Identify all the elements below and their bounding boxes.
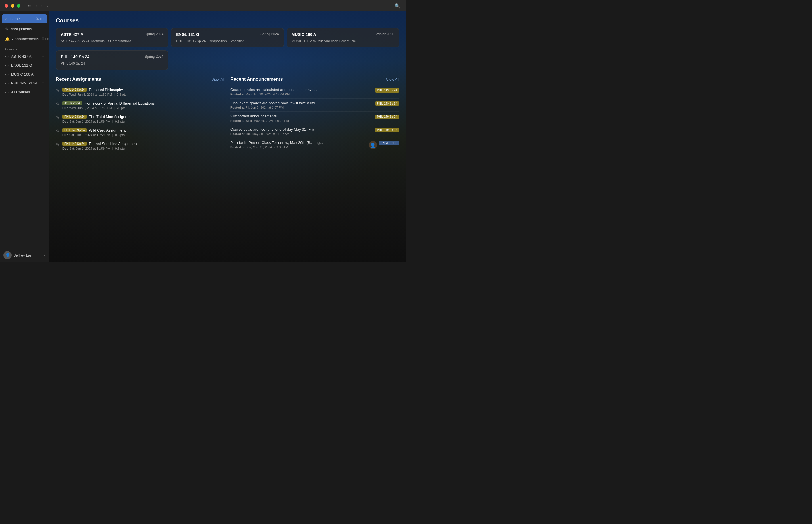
announcements-view-all[interactable]: View All	[386, 77, 399, 82]
sidebar-course-astr[interactable]: ▭ ASTR 427 A ▾	[2, 52, 47, 61]
due-label: Due	[62, 106, 68, 110]
course-term: Winter 2023	[376, 32, 394, 36]
assignment-name: The Third Man Assignment	[89, 115, 133, 119]
separator: |	[112, 120, 113, 123]
recent-announcements-header: Recent Announcements View All	[230, 77, 399, 82]
sidebar-item-label: Home	[10, 17, 20, 21]
assignment-item[interactable]: ✎ PHIL 149 Sp 24 Eternal Sunshine Assign…	[56, 139, 225, 152]
titlebar: ▪▪ ‹ › ⌂ 🔍	[0, 0, 406, 12]
course-card-music[interactable]: MUSIC 160 A Winter 2023 MUSIC 160 A Wi 2…	[287, 28, 399, 47]
announcement-item[interactable]: Course evals are live (until end of day …	[230, 125, 399, 138]
user-profile[interactable]: 👤 Jeffrey Lan ▴	[0, 248, 49, 262]
course-card-phil[interactable]: PHIL 149 Sp 24 Spring 2024 PHIL 149 Sp 2…	[56, 50, 168, 70]
assignment-icon: ✎	[56, 115, 60, 120]
sidebar-item-home[interactable]: ⌂ Home ⌘⇧H	[2, 14, 47, 23]
course-icon: ▭	[5, 54, 9, 59]
sidebar-announcements-shortcut: ⌘⇧N	[42, 37, 49, 41]
posted-label: Posted at	[230, 106, 245, 109]
course-card-engl[interactable]: ENGL 131 G Spring 2024 ENGL 131 G Sp 24:…	[171, 28, 284, 47]
announcement-badge: PHIL 149 Sp 24	[375, 115, 399, 119]
sidebar-toggle-button[interactable]: ▪▪	[28, 3, 31, 8]
minimize-button[interactable]	[11, 4, 14, 8]
chevron-down-icon: ▾	[42, 73, 44, 76]
sidebar-course-label: ENGL 131 G	[11, 63, 32, 67]
all-courses-icon: ▭	[5, 90, 9, 94]
course-badge: PHIL 149 Sp 24	[62, 115, 86, 119]
course-name: MUSIC 160 A	[291, 32, 316, 37]
assignment-icon: ✎	[56, 101, 60, 107]
sidebar-course-label: MUSIC 160 A	[11, 72, 34, 77]
posted-label: Posted at	[230, 145, 245, 149]
course-badge: PHIL 149 Sp 24	[62, 128, 86, 132]
recent-assignments-header: Recent Assignments View All	[56, 77, 225, 82]
maximize-button[interactable]	[17, 4, 20, 8]
course-icon: ▭	[5, 81, 9, 85]
assignment-item[interactable]: ✎ PHIL 149 Sp 24 Personal Philosophy Due…	[56, 85, 225, 99]
sidebar-home-shortcut: ⌘⇧H	[36, 17, 44, 21]
separator: |	[112, 133, 113, 137]
due-label: Due	[62, 120, 68, 123]
sidebar-all-courses[interactable]: ▭ All Courses	[2, 88, 47, 96]
search-icon[interactable]: 🔍	[395, 3, 400, 9]
sidebar-item-label: Assignments	[11, 27, 32, 31]
course-desc: ENGL 131 G Sp 24: Composition: Expositio…	[176, 39, 278, 43]
assignment-icon: ✎	[56, 88, 60, 93]
announcement-item[interactable]: 3 important announcements: Posted at Wed…	[230, 112, 399, 125]
course-name: ASTR 427 A	[61, 32, 83, 37]
back-button[interactable]: ‹	[35, 3, 37, 8]
assignment-name: Wild Card Assignment	[89, 128, 126, 132]
announcement-text: Final exam grades are posted now. It wil…	[230, 101, 372, 105]
announcement-text: Course grades are calculated and posted …	[230, 88, 372, 92]
recent-announcements-title: Recent Announcements	[230, 77, 283, 82]
traffic-lights	[5, 4, 20, 8]
recent-assignments-title: Recent Assignments	[56, 77, 101, 82]
home-button[interactable]: ⌂	[47, 3, 49, 8]
announcement-item[interactable]: Course grades are calculated and posted …	[230, 85, 399, 99]
assignment-item[interactable]: ✎ ASTR 427 A Homework 5: Partial Differe…	[56, 99, 225, 112]
user-name: Jeffrey Lan	[14, 253, 42, 257]
forward-button[interactable]: ›	[42, 3, 43, 8]
assignment-name: Eternal Sunshine Assignment	[89, 142, 138, 146]
due-label: Due	[62, 133, 68, 137]
course-badge: PHIL 149 Sp 24	[62, 142, 86, 146]
sidebar-course-engl[interactable]: ▭ ENGL 131 G ▾	[2, 61, 47, 69]
course-badge: PHIL 149 Sp 24	[62, 88, 86, 92]
course-name: ENGL 131 G	[176, 32, 199, 37]
sidebar-course-phil[interactable]: ▭ PHIL 149 Sp 24 ▾	[2, 79, 47, 87]
due-label: Due	[62, 147, 68, 150]
assignments-list: ✎ PHIL 149 Sp 24 Personal Philosophy Due…	[56, 85, 225, 152]
sidebar-item-announcements[interactable]: 🔔 Announcements ⌘⇧N	[2, 34, 47, 43]
announcement-badge: PHIL 149 Sp 24	[375, 101, 399, 106]
course-card-astr[interactable]: ASTR 427 A Spring 2024 ASTR 427 A Sp 24:…	[56, 28, 168, 47]
recent-assignments-section: Recent Assignments View All ✎ PHIL 149 S…	[56, 77, 225, 152]
sidebar-item-assignments[interactable]: ✎ Assignments	[2, 24, 47, 33]
course-name: PHIL 149 Sp 24	[61, 54, 90, 59]
assignment-icon: ✎	[56, 128, 60, 134]
chevron-down-icon: ▾	[42, 82, 44, 85]
course-desc: ASTR 427 A Sp 24: Methods Of Computation…	[61, 39, 163, 43]
course-desc: MUSIC 160 A Wi 23: American Folk Music	[291, 39, 394, 43]
separator: |	[112, 147, 113, 150]
courses-title: Courses	[56, 17, 399, 24]
posted-label: Posted at	[230, 132, 245, 136]
announcement-text: 3 important announcements:	[230, 114, 372, 118]
chevron-down-icon: ▾	[42, 55, 44, 58]
announcement-text: Course evals are live (until end of day …	[230, 127, 372, 132]
assignment-item[interactable]: ✎ PHIL 149 Sp 24 The Third Man Assignmen…	[56, 112, 225, 126]
assignment-item[interactable]: ✎ PHIL 149 Sp 24 Wild Card Assignment Du…	[56, 126, 225, 139]
two-col-section: Recent Assignments View All ✎ PHIL 149 S…	[56, 77, 399, 152]
sidebar-course-music[interactable]: ▭ MUSIC 160 A ▾	[2, 70, 47, 78]
assignments-view-all[interactable]: View All	[212, 77, 225, 82]
recent-announcements-section: Recent Announcements View All Course gra…	[230, 77, 399, 152]
courses-grid: ASTR 427 A Spring 2024 ASTR 427 A Sp 24:…	[56, 28, 399, 47]
avatar: 👤	[3, 251, 12, 259]
announcement-badge: PHIL 149 Sp 24	[375, 88, 399, 93]
close-button[interactable]	[5, 4, 8, 8]
announcement-item[interactable]: Plan for In-Person Class Tomorrow, May 2…	[230, 138, 399, 151]
posted-label: Posted at	[230, 119, 245, 122]
chevron-down-icon: ▾	[42, 64, 44, 67]
course-term: Spring 2024	[145, 32, 164, 36]
assignment-name: Homework 5: Partial Differential Equatio…	[84, 101, 155, 105]
assignment-name: Personal Philosophy	[89, 88, 123, 92]
announcement-item[interactable]: Final exam grades are posted now. It wil…	[230, 99, 399, 112]
